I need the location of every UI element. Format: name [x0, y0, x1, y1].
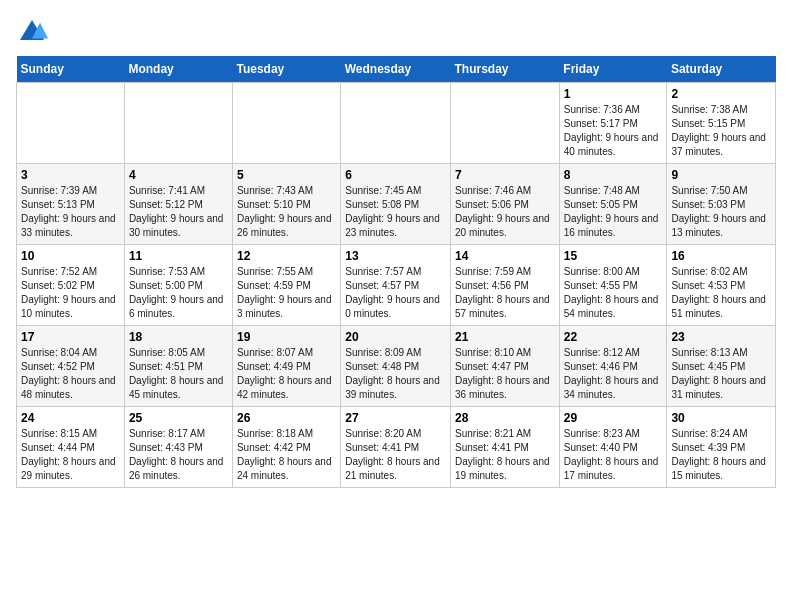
calendar-header-row: SundayMondayTuesdayWednesdayThursdayFrid… [17, 56, 776, 83]
calendar-week-row: 1Sunrise: 7:36 AM Sunset: 5:17 PM Daylig… [17, 83, 776, 164]
day-number: 3 [21, 168, 120, 182]
day-info: Sunrise: 7:45 AM Sunset: 5:08 PM Dayligh… [345, 184, 446, 240]
calendar-cell: 23Sunrise: 8:13 AM Sunset: 4:45 PM Dayli… [667, 326, 776, 407]
day-number: 5 [237, 168, 336, 182]
day-info: Sunrise: 7:38 AM Sunset: 5:15 PM Dayligh… [671, 103, 771, 159]
logo-icon [16, 16, 48, 48]
calendar-cell: 10Sunrise: 7:52 AM Sunset: 5:02 PM Dayli… [17, 245, 125, 326]
day-number: 8 [564, 168, 663, 182]
day-info: Sunrise: 8:07 AM Sunset: 4:49 PM Dayligh… [237, 346, 336, 402]
day-number: 16 [671, 249, 771, 263]
day-number: 15 [564, 249, 663, 263]
page-header [16, 16, 776, 48]
day-info: Sunrise: 7:43 AM Sunset: 5:10 PM Dayligh… [237, 184, 336, 240]
calendar-cell: 3Sunrise: 7:39 AM Sunset: 5:13 PM Daylig… [17, 164, 125, 245]
calendar-cell: 8Sunrise: 7:48 AM Sunset: 5:05 PM Daylig… [559, 164, 667, 245]
day-info: Sunrise: 8:20 AM Sunset: 4:41 PM Dayligh… [345, 427, 446, 483]
day-info: Sunrise: 8:23 AM Sunset: 4:40 PM Dayligh… [564, 427, 663, 483]
day-number: 24 [21, 411, 120, 425]
day-info: Sunrise: 7:39 AM Sunset: 5:13 PM Dayligh… [21, 184, 120, 240]
calendar-cell [451, 83, 560, 164]
day-info: Sunrise: 8:10 AM Sunset: 4:47 PM Dayligh… [455, 346, 555, 402]
calendar-cell: 4Sunrise: 7:41 AM Sunset: 5:12 PM Daylig… [124, 164, 232, 245]
calendar-cell: 27Sunrise: 8:20 AM Sunset: 4:41 PM Dayli… [341, 407, 451, 488]
day-info: Sunrise: 7:52 AM Sunset: 5:02 PM Dayligh… [21, 265, 120, 321]
day-info: Sunrise: 8:21 AM Sunset: 4:41 PM Dayligh… [455, 427, 555, 483]
calendar-cell: 15Sunrise: 8:00 AM Sunset: 4:55 PM Dayli… [559, 245, 667, 326]
day-number: 4 [129, 168, 228, 182]
calendar-cell: 29Sunrise: 8:23 AM Sunset: 4:40 PM Dayli… [559, 407, 667, 488]
day-info: Sunrise: 7:53 AM Sunset: 5:00 PM Dayligh… [129, 265, 228, 321]
calendar-cell: 19Sunrise: 8:07 AM Sunset: 4:49 PM Dayli… [232, 326, 340, 407]
day-number: 30 [671, 411, 771, 425]
day-number: 29 [564, 411, 663, 425]
day-info: Sunrise: 7:50 AM Sunset: 5:03 PM Dayligh… [671, 184, 771, 240]
calendar-day-header: Wednesday [341, 56, 451, 83]
day-number: 6 [345, 168, 446, 182]
day-number: 11 [129, 249, 228, 263]
day-number: 20 [345, 330, 446, 344]
day-info: Sunrise: 8:12 AM Sunset: 4:46 PM Dayligh… [564, 346, 663, 402]
day-number: 12 [237, 249, 336, 263]
day-info: Sunrise: 8:15 AM Sunset: 4:44 PM Dayligh… [21, 427, 120, 483]
calendar-cell: 30Sunrise: 8:24 AM Sunset: 4:39 PM Dayli… [667, 407, 776, 488]
day-number: 22 [564, 330, 663, 344]
day-number: 26 [237, 411, 336, 425]
calendar-week-row: 3Sunrise: 7:39 AM Sunset: 5:13 PM Daylig… [17, 164, 776, 245]
day-info: Sunrise: 8:24 AM Sunset: 4:39 PM Dayligh… [671, 427, 771, 483]
day-number: 9 [671, 168, 771, 182]
calendar-week-row: 17Sunrise: 8:04 AM Sunset: 4:52 PM Dayli… [17, 326, 776, 407]
day-info: Sunrise: 7:55 AM Sunset: 4:59 PM Dayligh… [237, 265, 336, 321]
calendar-cell [17, 83, 125, 164]
calendar-week-row: 24Sunrise: 8:15 AM Sunset: 4:44 PM Dayli… [17, 407, 776, 488]
calendar-cell: 7Sunrise: 7:46 AM Sunset: 5:06 PM Daylig… [451, 164, 560, 245]
calendar-cell: 5Sunrise: 7:43 AM Sunset: 5:10 PM Daylig… [232, 164, 340, 245]
calendar-cell: 24Sunrise: 8:15 AM Sunset: 4:44 PM Dayli… [17, 407, 125, 488]
day-number: 21 [455, 330, 555, 344]
calendar-cell: 16Sunrise: 8:02 AM Sunset: 4:53 PM Dayli… [667, 245, 776, 326]
calendar-day-header: Tuesday [232, 56, 340, 83]
calendar-cell: 18Sunrise: 8:05 AM Sunset: 4:51 PM Dayli… [124, 326, 232, 407]
day-number: 17 [21, 330, 120, 344]
day-info: Sunrise: 8:04 AM Sunset: 4:52 PM Dayligh… [21, 346, 120, 402]
day-number: 19 [237, 330, 336, 344]
day-info: Sunrise: 8:05 AM Sunset: 4:51 PM Dayligh… [129, 346, 228, 402]
calendar-table: SundayMondayTuesdayWednesdayThursdayFrid… [16, 56, 776, 488]
calendar-cell: 1Sunrise: 7:36 AM Sunset: 5:17 PM Daylig… [559, 83, 667, 164]
day-number: 23 [671, 330, 771, 344]
logo [16, 16, 52, 48]
calendar-day-header: Monday [124, 56, 232, 83]
day-info: Sunrise: 8:18 AM Sunset: 4:42 PM Dayligh… [237, 427, 336, 483]
calendar-cell [124, 83, 232, 164]
calendar-cell: 25Sunrise: 8:17 AM Sunset: 4:43 PM Dayli… [124, 407, 232, 488]
day-number: 14 [455, 249, 555, 263]
calendar-cell: 21Sunrise: 8:10 AM Sunset: 4:47 PM Dayli… [451, 326, 560, 407]
day-number: 2 [671, 87, 771, 101]
day-info: Sunrise: 7:48 AM Sunset: 5:05 PM Dayligh… [564, 184, 663, 240]
day-number: 7 [455, 168, 555, 182]
day-info: Sunrise: 7:36 AM Sunset: 5:17 PM Dayligh… [564, 103, 663, 159]
calendar-cell: 26Sunrise: 8:18 AM Sunset: 4:42 PM Dayli… [232, 407, 340, 488]
day-info: Sunrise: 7:59 AM Sunset: 4:56 PM Dayligh… [455, 265, 555, 321]
day-number: 27 [345, 411, 446, 425]
calendar-cell [232, 83, 340, 164]
calendar-cell: 28Sunrise: 8:21 AM Sunset: 4:41 PM Dayli… [451, 407, 560, 488]
calendar-cell: 20Sunrise: 8:09 AM Sunset: 4:48 PM Dayli… [341, 326, 451, 407]
calendar-day-header: Saturday [667, 56, 776, 83]
day-number: 25 [129, 411, 228, 425]
day-info: Sunrise: 8:17 AM Sunset: 4:43 PM Dayligh… [129, 427, 228, 483]
day-info: Sunrise: 8:09 AM Sunset: 4:48 PM Dayligh… [345, 346, 446, 402]
calendar-cell: 13Sunrise: 7:57 AM Sunset: 4:57 PM Dayli… [341, 245, 451, 326]
day-number: 1 [564, 87, 663, 101]
day-info: Sunrise: 8:00 AM Sunset: 4:55 PM Dayligh… [564, 265, 663, 321]
calendar-week-row: 10Sunrise: 7:52 AM Sunset: 5:02 PM Dayli… [17, 245, 776, 326]
day-number: 13 [345, 249, 446, 263]
day-number: 10 [21, 249, 120, 263]
day-info: Sunrise: 8:13 AM Sunset: 4:45 PM Dayligh… [671, 346, 771, 402]
calendar-day-header: Thursday [451, 56, 560, 83]
day-info: Sunrise: 7:41 AM Sunset: 5:12 PM Dayligh… [129, 184, 228, 240]
day-number: 18 [129, 330, 228, 344]
calendar-day-header: Sunday [17, 56, 125, 83]
calendar-cell: 12Sunrise: 7:55 AM Sunset: 4:59 PM Dayli… [232, 245, 340, 326]
calendar-cell: 22Sunrise: 8:12 AM Sunset: 4:46 PM Dayli… [559, 326, 667, 407]
